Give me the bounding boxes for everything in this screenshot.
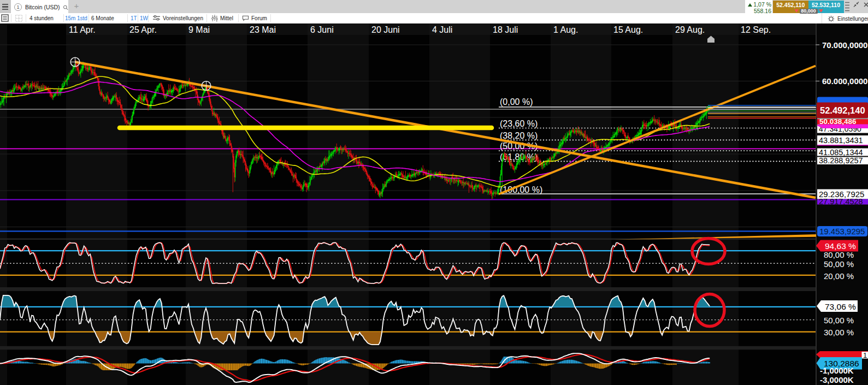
svg-text:9 Mai: 9 Mai [188, 25, 210, 34]
svg-text:70.000,0000: 70.000,0000 [822, 40, 867, 50]
svg-text:12 Sep.: 12 Sep. [741, 25, 771, 34]
svg-text:20 Juni: 20 Juni [371, 25, 400, 34]
svg-text:60.000,0000: 60.000,0000 [822, 76, 867, 86]
svg-text:94,63 %: 94,63 % [825, 241, 856, 251]
svg-text:18 Juli: 18 Juli [493, 25, 518, 34]
svg-text:4 Juli: 4 Juli [432, 25, 452, 34]
svg-text:80,00 %: 80,00 % [824, 250, 854, 259]
svg-text:11 Apr.: 11 Apr. [69, 25, 96, 34]
svg-text:(38,20 %): (38,20 %) [500, 131, 538, 140]
svg-text:50,00 %: 50,00 % [824, 259, 854, 269]
svg-text:30,00 %: 30,00 % [824, 328, 854, 337]
svg-text:15 Aug.: 15 Aug. [613, 25, 643, 34]
svg-text:1 Aug.: 1 Aug. [553, 25, 578, 34]
svg-text:52.492,140: 52.492,140 [820, 105, 865, 115]
svg-text:(100,00 %): (100,00 %) [500, 185, 542, 194]
svg-text:-1,0000K: -1,0000K [820, 366, 854, 375]
svg-text:6 Juni: 6 Juni [310, 25, 334, 34]
svg-text:50,00 %: 50,00 % [824, 316, 854, 325]
svg-text:41.085,1344: 41.085,1344 [819, 148, 863, 157]
svg-text:73,06 %: 73,06 % [825, 302, 856, 311]
svg-text:29 Aug.: 29 Aug. [675, 25, 705, 34]
svg-text:23 Mai: 23 Mai [250, 25, 276, 34]
svg-text:25 Apr.: 25 Apr. [129, 25, 157, 34]
svg-text:(23,60 %): (23,60 %) [500, 119, 538, 128]
svg-text:38.288,9257: 38.288,9257 [819, 156, 863, 165]
svg-text:27.917,4528: 27.917,4528 [819, 197, 863, 206]
svg-text:43.881,3431: 43.881,3431 [819, 136, 863, 145]
svg-text:20,00 %: 20,00 % [824, 271, 854, 281]
svg-text:1: 1 [863, 351, 867, 359]
svg-text:19.453,9295: 19.453,9295 [819, 227, 865, 236]
svg-text:50.038,486: 50.038,486 [819, 117, 857, 126]
svg-text:(0,00 %): (0,00 %) [500, 97, 533, 106]
svg-text:-3,0000K: -3,0000K [820, 375, 854, 384]
